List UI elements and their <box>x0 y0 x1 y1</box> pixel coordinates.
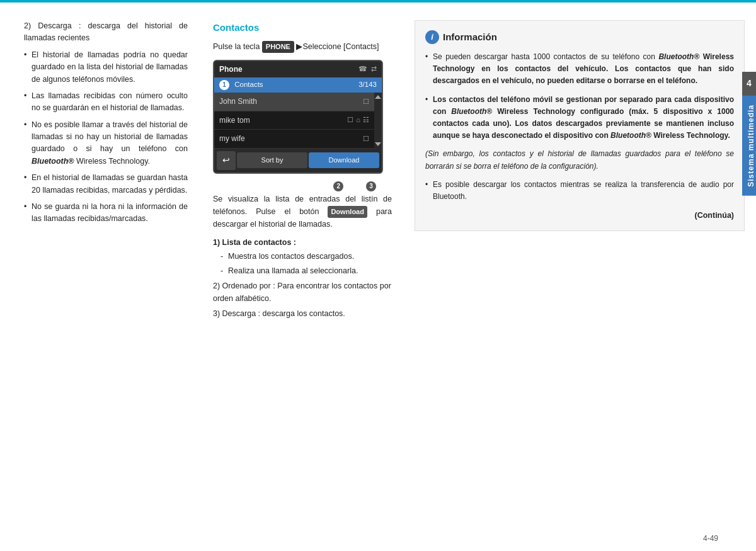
list-item: 3) Descarga : descarga los contactos. <box>213 308 392 320</box>
middle-column: Contactos Pulse la tecla PHONE ▶Seleccio… <box>202 9 403 551</box>
phone-icon: ☎ <box>358 64 367 74</box>
side-tab-container: 4 Sistema multimedia <box>742 72 756 195</box>
contact-icons: ☐ <box>363 96 369 107</box>
list-item: 2) Ordenado por : Para encontrar los con… <box>213 280 392 305</box>
circle-number-1: 1 <box>219 80 229 90</box>
list-item: El historial de llamadas podría no queda… <box>24 49 188 86</box>
phone-contacts-bar: 1 Contacts 3/143 <box>214 77 382 93</box>
section-title: Contactos <box>213 20 392 35</box>
circle-3: 3 <box>366 181 376 191</box>
italic-paragraph: (Sin embargo, los contactos y el histori… <box>425 148 734 172</box>
download-badge: Download <box>328 206 367 219</box>
right-column: i Información Se pueden descargar hasta … <box>403 9 756 551</box>
contact-icons: ☐ ⌂ ☷ <box>347 115 369 125</box>
tab-number: 4 <box>742 72 756 96</box>
download-button[interactable]: Download <box>309 152 379 168</box>
contact-row: my wife ☐ <box>214 130 374 149</box>
contact-row: mike tom ☐ ⌂ ☷ <box>214 111 374 130</box>
sub-list-item: Realiza una llamada al seleccionarla. <box>220 265 392 277</box>
instruction-text: Pulse la tecla PHONE ▶Seleccione [Contac… <box>213 41 392 53</box>
bluetooth-icon: ⇄ <box>371 64 377 74</box>
info-icon: i <box>425 30 439 44</box>
contacts-list: John Smith ☐ mike tom ☐ ⌂ ☷ <box>214 93 374 149</box>
contacts-list-wrapper: John Smith ☐ mike tom ☐ ⌂ ☷ <box>214 93 382 149</box>
info-bullet-list-2: Es posible descargar los contactos mient… <box>425 179 734 203</box>
continua-text: (Continúa) <box>425 209 734 222</box>
scroll-arrow-down <box>375 142 381 146</box>
footer-labels: 2 3 <box>213 180 383 193</box>
mid-description: Se visualiza la lista de entradas del li… <box>213 193 392 231</box>
scrollbar-track <box>374 93 382 149</box>
contact-row: John Smith ☐ <box>214 93 374 111</box>
side-tab: Sistema multimedia <box>742 96 756 196</box>
info-list-item: Se pueden descargar hasta 1000 contactos… <box>425 51 734 88</box>
list-item: 1) Lista de contactos : Muestra los cont… <box>213 237 392 277</box>
phone-header-icons: ☎ ⇄ <box>358 64 377 74</box>
info-title: i Información <box>425 30 734 45</box>
left-column: 2) Descarga : descarga del historial de … <box>0 9 202 551</box>
left-bullet-list: El historial de llamadas podría no queda… <box>24 49 188 225</box>
phone-header-title: Phone <box>219 64 243 76</box>
phone-footer: ↩ Sort by Download <box>214 149 382 173</box>
sub-list-item: Muestra los contactos descargados. <box>220 251 392 263</box>
back-button[interactable]: ↩ <box>217 151 236 170</box>
info-list-item: Los contactos del teléfono móvil se gest… <box>425 94 734 142</box>
numbered-item-2: 2) Descarga : descarga del historial de … <box>24 20 188 45</box>
page-number: 4-49 <box>703 533 718 545</box>
phone-ui-mockup: Phone ☎ ⇄ 1 Contacts 3/143 John Smith <box>213 60 383 174</box>
info-list-item: Es posible descargar los contactos mient… <box>425 179 734 203</box>
phone-header: Phone ☎ ⇄ <box>214 61 382 78</box>
list-item: Las llamadas recibidas con número oculto… <box>24 90 188 115</box>
mid-numbered-list: 1) Lista de contactos : Muestra los cont… <box>213 237 392 320</box>
list-item: No es posible llamar a través del histor… <box>24 119 188 168</box>
info-bullet-list: Se pueden descargar hasta 1000 contactos… <box>425 51 734 142</box>
sort-by-button[interactable]: Sort by <box>237 152 307 168</box>
scroll-arrow-up <box>375 95 381 99</box>
sub-list: Muestra los contactos descargados. Reali… <box>213 251 392 277</box>
circle-2: 2 <box>333 181 343 191</box>
list-item: En el historial de llamadas se guardan h… <box>24 172 188 196</box>
phone-key-badge: PHONE <box>262 41 294 53</box>
contact-icons: ☐ <box>363 133 369 144</box>
list-item: No se guarda ni la hora ni la informació… <box>24 201 188 225</box>
info-box: i Información Se pueden descargar hasta … <box>415 20 745 231</box>
